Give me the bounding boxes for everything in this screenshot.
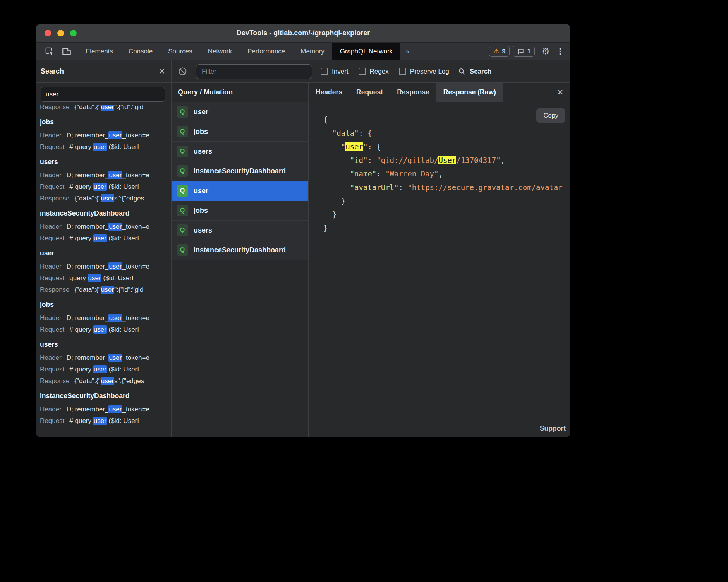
search-result-line[interactable]: Requestquery user ($id: UserI: [40, 272, 171, 284]
close-details-icon[interactable]: ✕: [550, 83, 570, 102]
details-tab-response-raw[interactable]: Response (Raw): [436, 83, 503, 102]
search-result-line[interactable]: Response{"data":{"users":{"edges: [40, 193, 171, 204]
search-result-group-title[interactable]: user: [40, 247, 171, 259]
screen: DevTools - gitlab.com/-/graphql-explorer: [0, 0, 728, 582]
warning-icon: ⚠: [493, 48, 499, 55]
search-result-group-title[interactable]: users: [40, 339, 171, 350]
search-result-line[interactable]: Request# query user ($id: UserI: [40, 181, 171, 193]
json-viewer: Copy { "data": { "user": { "id": "gid://…: [309, 102, 570, 437]
result-line-label: Header: [40, 132, 62, 139]
support-link[interactable]: Support: [540, 425, 566, 433]
search-toggle-label: Search: [470, 68, 492, 75]
search-result-line[interactable]: HeaderD; remember_user_token=e: [40, 312, 171, 324]
search-toggle[interactable]: Search: [458, 67, 492, 75]
messages-count: 1: [527, 48, 531, 55]
checkbox-label: Invert: [332, 68, 349, 75]
checkbox-box: [359, 68, 366, 75]
query-list-item[interactable]: Qusers: [172, 142, 308, 161]
tab-console[interactable]: Console: [121, 43, 160, 60]
query-list-item[interactable]: QinstanceSecurityDashboard: [172, 161, 308, 181]
result-line-label: Header: [40, 223, 62, 230]
query-badge-icon: Q: [177, 185, 188, 197]
search-result-group-title[interactable]: instanceSecurityDashboard: [40, 207, 171, 219]
checkbox-regex[interactable]: Regex: [359, 68, 389, 75]
devtools-tabbar: ElementsConsoleSourcesNetworkPerformance…: [36, 43, 570, 60]
query-list-item[interactable]: Qjobs: [172, 122, 308, 142]
tab-sources[interactable]: Sources: [160, 43, 200, 60]
search-result-line[interactable]: Response{"data":{"user":{"id":"gid: [40, 105, 171, 113]
filter-input[interactable]: [196, 64, 312, 79]
query-badge-icon: Q: [177, 165, 188, 177]
query-label: jobs: [194, 207, 208, 215]
clear-icon[interactable]: [178, 67, 187, 76]
search-result-line[interactable]: HeaderD; remember_user_token=e: [40, 352, 171, 364]
json-line: }: [323, 221, 570, 235]
json-line: }: [323, 208, 570, 221]
search-panel-header: Search ✕: [36, 60, 172, 82]
device-toolbar-icon[interactable]: [62, 46, 72, 56]
tab-performance[interactable]: Performance: [240, 43, 293, 60]
close-search-panel-icon[interactable]: ✕: [159, 68, 165, 75]
tab-memory[interactable]: Memory: [293, 43, 332, 60]
search-result-group-title[interactable]: jobs: [40, 299, 171, 310]
json-line: "user": {: [323, 140, 570, 154]
search-result-line[interactable]: Request# query user ($id: UserI: [40, 233, 171, 244]
search-input-wrap: [36, 83, 171, 105]
search-result-line[interactable]: HeaderD; remember_user_token=e: [40, 130, 171, 141]
titlebar: DevTools - gitlab.com/-/graphql-explorer: [36, 24, 570, 43]
query-list-item[interactable]: Quser: [172, 102, 308, 122]
search-result-line[interactable]: HeaderD; remember_user_token=e: [40, 404, 171, 415]
inspect-element-icon[interactable]: [45, 46, 55, 56]
search-panel-title: Search: [41, 67, 64, 75]
query-list-item[interactable]: Qusers: [172, 221, 308, 240]
search-result-line[interactable]: HeaderD; remember_user_token=e: [40, 221, 171, 233]
search-result-group-title[interactable]: users: [40, 156, 171, 168]
result-line-label: Request: [40, 417, 64, 425]
json-line: "data": {: [323, 127, 570, 140]
result-line-label: Header: [40, 406, 62, 413]
search-result-line[interactable]: Request# query user ($id: UserI: [40, 415, 171, 427]
checkbox-preserve-log[interactable]: Preserve Log: [399, 68, 449, 75]
search-result-line[interactable]: HeaderD; remember_user_token=e: [40, 261, 171, 272]
json-line: "name": "Warren Day",: [323, 167, 570, 181]
query-label: users: [194, 226, 212, 235]
network-toolbar: InvertRegexPreserve Log Search: [172, 60, 570, 82]
details-tab-response[interactable]: Response: [390, 83, 436, 102]
search-result-line[interactable]: Request# query user ($id: UserI: [40, 324, 171, 336]
search-results: Response{"data":{"user":{"id":"gidjobsHe…: [36, 105, 171, 437]
query-label: jobs: [194, 128, 208, 136]
search-result-line[interactable]: HeaderD; remember_user_token=e: [40, 169, 171, 181]
details-tab-headers[interactable]: Headers: [309, 83, 349, 102]
tab-graphql-network[interactable]: GraphQL Network: [332, 43, 400, 60]
query-list-item[interactable]: Qjobs: [172, 201, 308, 221]
query-list-item[interactable]: QinstanceSecurityDashboard: [172, 240, 308, 260]
details-tab-request[interactable]: Request: [349, 83, 390, 102]
query-list-header: Query / Mutation: [172, 83, 308, 102]
search-result-group-title[interactable]: jobs: [40, 116, 171, 128]
search-result-line[interactable]: Request# query user ($id: UserI: [40, 141, 171, 153]
query-list-item[interactable]: Quser: [172, 181, 308, 201]
search-result-group-title[interactable]: instanceSecurityDashboard: [40, 390, 171, 402]
result-line-label: Header: [40, 171, 62, 179]
issues-badge[interactable]: ⚠ 9: [489, 46, 510, 57]
tab-network[interactable]: Network: [200, 43, 240, 60]
result-line-label: Response: [40, 105, 70, 111]
search-pane: Response{"data":{"user":{"id":"gidjobsHe…: [36, 83, 172, 437]
copy-button[interactable]: Copy: [536, 108, 565, 123]
settings-gear-icon[interactable]: ⚙: [541, 47, 549, 56]
kebab-menu-icon[interactable]: ⋮: [556, 47, 564, 55]
tabbar-right-controls: ⚠ 9 1 ⚙ ⋮: [489, 43, 570, 60]
query-label: users: [194, 147, 212, 156]
search-result-line[interactable]: Response{"data":{"users":{"edges: [40, 375, 171, 387]
search-result-line[interactable]: Response{"data":{"user":{"id":"gid: [40, 284, 171, 296]
messages-badge[interactable]: 1: [513, 46, 535, 57]
tab-elements[interactable]: Elements: [78, 43, 121, 60]
search-result-line[interactable]: Request# query user ($id: UserI: [40, 364, 171, 375]
result-line-label: Request: [40, 143, 64, 151]
search-query-input[interactable]: [41, 87, 165, 102]
more-tabs-chevron[interactable]: »: [400, 43, 415, 60]
result-line-label: Response: [40, 195, 70, 202]
json-code: { "data": { "user": { "id": "gid://gitla…: [323, 113, 570, 235]
checkbox-invert[interactable]: Invert: [321, 68, 349, 75]
result-line-label: Request: [40, 326, 64, 333]
